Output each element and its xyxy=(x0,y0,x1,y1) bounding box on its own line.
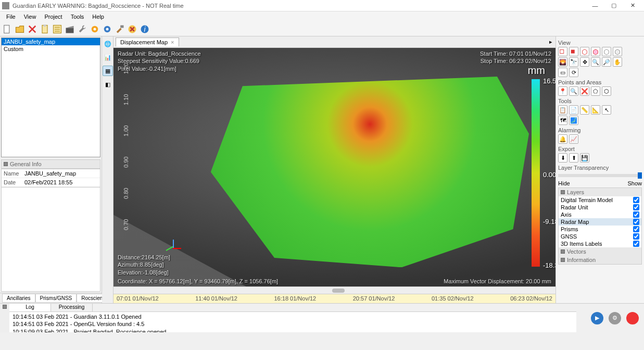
layer-checkbox[interactable] xyxy=(633,241,639,247)
view-cube-2-icon[interactable] xyxy=(569,47,578,56)
marker-icon[interactable]: ◧ xyxy=(103,79,113,90)
delete-icon[interactable] xyxy=(27,24,37,34)
refresh-icon[interactable]: ⟳ xyxy=(569,68,578,77)
gear-blue-icon[interactable] xyxy=(102,24,112,34)
cancel-icon[interactable] xyxy=(127,24,137,34)
record-button[interactable] xyxy=(626,312,639,324)
clapperboard-icon[interactable] xyxy=(65,24,75,34)
layer-item[interactable]: GNSS xyxy=(559,233,641,240)
minimize-button[interactable]: — xyxy=(586,1,604,11)
transparency-slider[interactable] xyxy=(558,174,642,177)
horizontal-scrollbar[interactable] xyxy=(113,286,555,294)
polygon-icon[interactable]: ⬠ xyxy=(591,86,600,96)
tool-pointer-icon[interactable]: ↖ xyxy=(602,105,611,115)
tool-map-1-icon[interactable]: 🗺 xyxy=(558,116,567,125)
map-list-item[interactable]: Custom xyxy=(2,45,100,53)
globe-icon[interactable]: 🌐 xyxy=(103,39,113,49)
map-list[interactable]: JANBU_safety_map Custom xyxy=(1,38,100,157)
general-info-grid: NameJANBU_safety_map Date02/Feb/2021 18:… xyxy=(1,169,100,188)
layers-header[interactable]: Layers xyxy=(559,188,641,196)
properties-icon[interactable] xyxy=(52,24,62,34)
svg-rect-14 xyxy=(571,50,575,54)
export-1-icon[interactable]: ⬇ xyxy=(558,153,567,162)
close-button[interactable]: ✕ xyxy=(623,1,642,11)
layer-item[interactable]: Radar Unit xyxy=(559,204,641,211)
layer-item[interactable]: Prisms xyxy=(559,226,641,233)
layer-checkbox[interactable] xyxy=(633,226,639,232)
svg-rect-9 xyxy=(120,25,123,28)
layer-checkbox[interactable] xyxy=(633,233,639,240)
tab-ancillaries[interactable]: Ancillaries xyxy=(2,294,35,303)
layer-item[interactable]: 3D Items Labels xyxy=(559,240,641,247)
section-transparency-header: Layer Transparency xyxy=(558,165,642,171)
zoom-out-icon[interactable]: 🔎 xyxy=(602,57,611,67)
tool-2-icon[interactable]: 📄 xyxy=(569,105,578,115)
gear-orange-icon[interactable] xyxy=(90,24,100,34)
tab-prisms-gnss[interactable]: Prisms/GNSS xyxy=(35,294,77,303)
general-info-header[interactable]: General Info xyxy=(1,159,100,169)
view-cube-3-icon[interactable] xyxy=(580,47,589,56)
information-header[interactable]: Information xyxy=(559,256,641,264)
polygon-remove-icon[interactable]: ⬡ xyxy=(602,86,611,96)
layer-item[interactable]: Radar Map xyxy=(559,218,641,226)
layer-item[interactable]: Digital Terrain Model xyxy=(559,196,641,204)
log-collapse-button[interactable] xyxy=(0,304,9,332)
map-list-item[interactable]: JANBU_safety_map xyxy=(2,38,100,45)
menu-tools[interactable]: Tools xyxy=(68,12,87,21)
pin-remove-icon[interactable]: ❌ xyxy=(580,86,589,96)
zoom-in-icon[interactable]: 🔍 xyxy=(591,57,600,67)
tool-4-icon[interactable]: 📐 xyxy=(591,105,600,115)
tab-overflow-icon[interactable]: ▸ xyxy=(546,39,555,45)
pan-icon[interactable]: ✥ xyxy=(580,57,589,67)
view-mode-strip: 🌐 📊 ▦ ◧ xyxy=(102,36,113,303)
layer-item[interactable]: Axis xyxy=(559,211,641,218)
view-cube-6-icon[interactable] xyxy=(613,47,622,56)
pin-add-icon[interactable]: 📍 xyxy=(558,86,567,96)
tool-3-icon[interactable]: 📏 xyxy=(580,105,589,115)
axis-gizmo xyxy=(166,240,181,255)
layer-checkbox[interactable] xyxy=(633,211,639,218)
view-cube-4-icon[interactable] xyxy=(591,47,600,56)
tab-displacement-map[interactable]: Displacement Map × xyxy=(116,38,179,46)
hammer-icon[interactable] xyxy=(115,24,125,34)
pin-search-icon[interactable]: 🔍 xyxy=(569,86,578,96)
tool-1-icon[interactable]: 📋 xyxy=(558,105,567,115)
binoculars-icon[interactable]: 🔭 xyxy=(569,57,578,67)
log-output: 10:14:51 03 Feb 2021 - Guardian 3.11.0.1… xyxy=(9,312,576,332)
open-icon[interactable] xyxy=(15,24,25,34)
terrain-icon[interactable]: 🌄 xyxy=(558,57,567,67)
new-icon[interactable] xyxy=(2,24,12,34)
scale-ruler: 1.20 1.10 1.00 0.90 0.80 0.70 xyxy=(123,74,133,277)
layer-checkbox[interactable] xyxy=(633,197,639,203)
timeline[interactable]: 07:01 01/Nov/12 11:40 01/Nov/12 16:18 01… xyxy=(113,294,555,303)
3d-viewport[interactable]: 1.20 1.10 1.00 0.90 0.80 0.70 Radar Unit… xyxy=(113,48,555,286)
alarm-1-icon[interactable]: 🔔 xyxy=(558,134,567,144)
play-button[interactable]: ▶ xyxy=(591,312,603,324)
vectors-header[interactable]: Vectors xyxy=(559,247,641,256)
wrench-icon[interactable] xyxy=(77,24,87,34)
tab-close-icon[interactable]: × xyxy=(171,39,174,45)
maximize-button[interactable]: ▢ xyxy=(604,1,623,11)
svg-point-6 xyxy=(94,28,96,30)
alarm-2-icon[interactable]: 📈 xyxy=(569,134,578,144)
log-tab-processing[interactable]: Processing xyxy=(51,304,93,311)
info-icon[interactable]: i xyxy=(140,24,150,34)
layers-icon[interactable]: 📊 xyxy=(103,52,113,63)
export-2-icon[interactable]: ⬆ xyxy=(569,153,578,162)
menu-help[interactable]: Help xyxy=(89,12,107,21)
view-cube-1-icon[interactable] xyxy=(558,47,567,56)
layer-checkbox[interactable] xyxy=(633,219,639,225)
tool-map-2-icon[interactable]: 🗾 xyxy=(569,116,578,125)
view-cube-5-icon[interactable] xyxy=(602,47,611,56)
grid-icon[interactable]: ▦ xyxy=(103,66,113,76)
export-3-icon[interactable]: 💾 xyxy=(580,153,589,162)
clipboard-icon[interactable] xyxy=(40,24,50,34)
menu-file[interactable]: File xyxy=(3,12,19,21)
layer-checkbox[interactable] xyxy=(633,204,639,210)
settings-button[interactable]: ⚙ xyxy=(609,312,621,324)
log-tab-log[interactable]: Log xyxy=(9,304,51,311)
menu-view[interactable]: View xyxy=(21,12,40,21)
hand-icon[interactable]: ✋ xyxy=(613,57,622,67)
select-rect-icon[interactable]: ▭ xyxy=(558,68,567,77)
menu-project[interactable]: Project xyxy=(41,12,65,21)
